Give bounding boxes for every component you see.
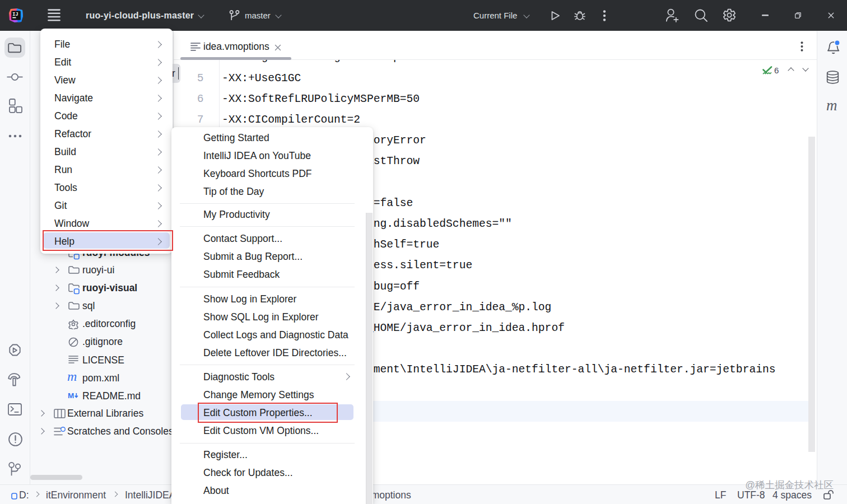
- svg-text:M: M: [68, 391, 74, 400]
- svg-text:IJ: IJ: [12, 12, 18, 17]
